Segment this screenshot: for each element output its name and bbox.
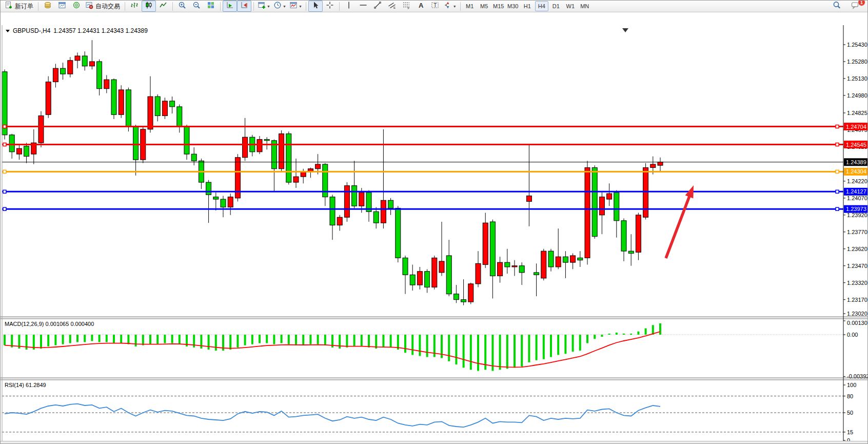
chart-menu-caret-icon[interactable] [6, 30, 10, 32]
candle-chart-button[interactable] [142, 1, 156, 12]
fibonacci-button[interactable]: F [399, 1, 413, 12]
macd-histogram-bar [309, 335, 311, 344]
line-end-marker[interactable] [836, 125, 839, 128]
dropdown-caret-icon[interactable]: ▼ [299, 5, 302, 8]
text-label-button[interactable]: T [428, 1, 442, 12]
candle [650, 164, 656, 168]
candle [264, 140, 269, 141]
text-button[interactable]: A [413, 1, 428, 12]
crosshair-button[interactable] [323, 1, 337, 12]
macd-histogram-bar [499, 335, 501, 370]
search-button[interactable] [830, 1, 844, 12]
chart-shift-button[interactable] [237, 1, 251, 12]
trendline-button[interactable] [370, 1, 385, 12]
tile-windows-button[interactable] [204, 1, 218, 12]
macd-histogram-bar [62, 335, 64, 344]
line-end-marker[interactable] [836, 170, 839, 173]
line-chart-button[interactable] [156, 1, 170, 12]
clock-icon [273, 1, 282, 11]
panel-splitter[interactable] [1, 378, 868, 380]
macd-tick-label: 0.00 [847, 332, 858, 338]
tiles-icon [207, 1, 215, 11]
candle [483, 223, 488, 264]
data-window-button[interactable] [55, 1, 69, 12]
candle [592, 168, 597, 237]
vline-button[interactable] [342, 1, 356, 12]
period-menu-button[interactable]: ▼ [272, 1, 288, 12]
auto-scroll-button[interactable] [223, 1, 237, 12]
toolbar-separator [220, 2, 221, 11]
line-end-marker[interactable] [836, 207, 839, 210]
macd-histogram-bar [557, 335, 559, 355]
new-chart-button[interactable]: ▼ [256, 1, 272, 12]
cursor-button[interactable] [308, 1, 323, 12]
candle [599, 197, 604, 215]
channel-button[interactable]: E [385, 1, 399, 12]
hline-button[interactable] [356, 1, 370, 12]
line-end-marker[interactable] [3, 170, 6, 173]
dropdown-caret-icon[interactable]: ▼ [283, 5, 286, 8]
macd-histogram-bar [455, 335, 457, 364]
autotrading-button[interactable]: 自动交易 [84, 1, 123, 12]
line-end-marker[interactable] [3, 143, 6, 146]
macd-histogram-bar [346, 335, 348, 348]
candle [177, 107, 182, 127]
timeframe-m30-button[interactable]: M30 [506, 1, 520, 11]
macd-histogram-bar [40, 335, 42, 349]
line-end-marker[interactable] [3, 125, 6, 128]
mt4-application: 新订单自动交易▼▼▼EFAT▼M1M5M15M30H1H4D1W1MN1 1.2… [0, 0, 868, 444]
candle [439, 261, 444, 273]
price-tick-label: 1.24980 [847, 92, 867, 99]
line-end-marker[interactable] [3, 190, 6, 193]
notifications-button[interactable]: 1 [848, 1, 862, 12]
candle [526, 196, 531, 202]
macd-histogram-bar [419, 335, 421, 356]
candles-icon [145, 1, 153, 11]
candle [206, 182, 211, 195]
zoom-in-button[interactable] [175, 1, 189, 12]
candle [16, 148, 22, 154]
timeframe-m15-button[interactable]: M15 [492, 1, 505, 11]
chart-canvas[interactable]: 1.254301.252801.251301.249801.248251.246… [1, 25, 868, 444]
line-end-marker[interactable] [3, 207, 6, 210]
timeframe-m5-button[interactable]: M5 [478, 1, 491, 11]
timeframe-mn-button[interactable]: MN [578, 1, 591, 11]
candle [446, 256, 451, 294]
macd-histogram-bar [120, 335, 122, 343]
price-badge-label: 1.23973 [846, 206, 866, 212]
dropdown-caret-icon[interactable]: ▼ [267, 5, 270, 8]
signals-button[interactable] [69, 1, 84, 12]
candle [148, 96, 153, 129]
panel-splitter[interactable] [1, 317, 868, 319]
candle [381, 200, 386, 223]
macd-histogram-bar [295, 335, 297, 345]
macd-histogram-bar [208, 335, 210, 350]
candle [133, 127, 139, 160]
macd-histogram-bar [69, 335, 71, 343]
macd-histogram-bar [84, 335, 86, 342]
bar-chart-button[interactable] [127, 1, 142, 12]
macd-histogram-bar [135, 335, 137, 346]
new-order-button[interactable]: 新订单 [3, 1, 36, 12]
market-watch-button[interactable] [41, 1, 55, 12]
new-order-icon [5, 1, 13, 11]
timeframe-h1-button[interactable]: H1 [521, 1, 534, 11]
line-end-marker[interactable] [836, 190, 839, 193]
timeframe-w1-button[interactable]: W1 [564, 1, 577, 11]
candle [468, 284, 474, 302]
toolbar-separator [306, 2, 306, 11]
toolbar-separator [172, 2, 173, 11]
candle [425, 272, 430, 287]
indicators-button[interactable]: ▼ [288, 1, 304, 12]
timeframe-m1-button[interactable]: M1 [463, 1, 477, 11]
price-tick-label: 1.23770 [847, 229, 867, 235]
macd-histogram-bar [229, 335, 231, 350]
arrows-button[interactable]: ▼ [442, 1, 458, 12]
timeframe-h4-button[interactable]: H4 [535, 1, 548, 11]
dropdown-caret-icon[interactable]: ▼ [453, 5, 457, 8]
zoom-out-icon [192, 1, 201, 11]
candle [126, 90, 131, 127]
line-end-marker[interactable] [836, 143, 839, 146]
timeframe-d1-button[interactable]: D1 [549, 1, 563, 11]
zoom-out-button[interactable] [189, 1, 204, 12]
